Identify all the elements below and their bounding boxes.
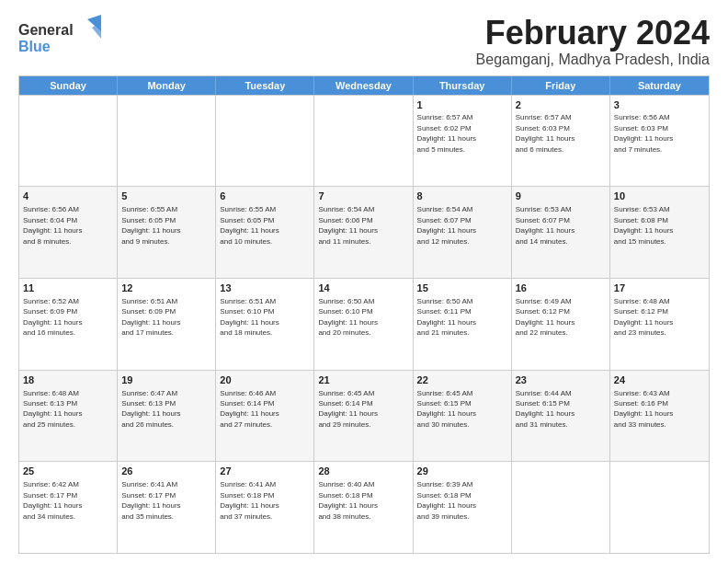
calendar-cell: 15Sunrise: 6:50 AM Sunset: 6:11 PM Dayli… — [414, 279, 512, 370]
day-info: Sunrise: 6:50 AM Sunset: 6:10 PM Dayligh… — [318, 297, 377, 337]
day-number: 24 — [614, 373, 705, 387]
calendar-cell: 9Sunrise: 6:53 AM Sunset: 6:07 PM Daylig… — [512, 187, 610, 278]
day-info: Sunrise: 6:47 AM Sunset: 6:13 PM Dayligh… — [121, 389, 180, 429]
weekday-header-thursday: Thursday — [414, 76, 512, 95]
calendar-cell — [314, 96, 413, 187]
calendar-header: SundayMondayTuesdayWednesdayThursdayFrid… — [19, 76, 709, 95]
calendar-cell: 28Sunrise: 6:40 AM Sunset: 6:18 PM Dayli… — [314, 462, 413, 553]
day-info: Sunrise: 6:41 AM Sunset: 6:17 PM Dayligh… — [121, 480, 180, 520]
calendar-cell: 18Sunrise: 6:48 AM Sunset: 6:13 PM Dayli… — [19, 371, 118, 462]
calendar-cell: 1Sunrise: 6:57 AM Sunset: 6:02 PM Daylig… — [414, 96, 512, 187]
day-number: 19 — [121, 373, 211, 387]
calendar-cell: 16Sunrise: 6:49 AM Sunset: 6:12 PM Dayli… — [512, 279, 610, 370]
day-info: Sunrise: 6:40 AM Sunset: 6:18 PM Dayligh… — [318, 480, 377, 520]
calendar-cell: 6Sunrise: 6:55 AM Sunset: 6:05 PM Daylig… — [216, 187, 314, 278]
day-info: Sunrise: 6:45 AM Sunset: 6:15 PM Dayligh… — [417, 389, 476, 429]
calendar-cell: 5Sunrise: 6:55 AM Sunset: 6:05 PM Daylig… — [118, 187, 216, 278]
day-number: 11 — [23, 282, 113, 295]
weekday-header-wednesday: Wednesday — [314, 76, 413, 95]
calendar-cell: 19Sunrise: 6:47 AM Sunset: 6:13 PM Dayli… — [118, 371, 216, 462]
calendar-cell: 27Sunrise: 6:41 AM Sunset: 6:18 PM Dayli… — [216, 462, 314, 553]
day-info: Sunrise: 6:51 AM Sunset: 6:10 PM Dayligh… — [220, 297, 279, 337]
calendar-cell: 17Sunrise: 6:48 AM Sunset: 6:12 PM Dayli… — [610, 279, 709, 370]
day-number: 17 — [614, 282, 705, 295]
day-number: 23 — [516, 373, 606, 387]
day-info: Sunrise: 6:55 AM Sunset: 6:05 PM Dayligh… — [220, 205, 279, 245]
page: General Blue February 2024 Begamganj, Ma… — [0, 0, 728, 563]
day-number: 13 — [220, 282, 310, 295]
day-info: Sunrise: 6:48 AM Sunset: 6:13 PM Dayligh… — [23, 389, 82, 429]
day-info: Sunrise: 6:42 AM Sunset: 6:17 PM Dayligh… — [23, 480, 82, 520]
calendar-cell — [610, 462, 709, 553]
day-info: Sunrise: 6:56 AM Sunset: 6:03 PM Dayligh… — [614, 113, 673, 153]
day-info: Sunrise: 6:44 AM Sunset: 6:15 PM Dayligh… — [516, 389, 574, 429]
calendar-cell: 25Sunrise: 6:42 AM Sunset: 6:17 PM Dayli… — [19, 462, 118, 553]
day-number: 27 — [220, 465, 310, 478]
calendar-cell: 21Sunrise: 6:45 AM Sunset: 6:14 PM Dayli… — [314, 371, 413, 462]
day-number: 21 — [318, 373, 408, 387]
day-info: Sunrise: 6:46 AM Sunset: 6:14 PM Dayligh… — [220, 389, 279, 429]
calendar-week-5: 25Sunrise: 6:42 AM Sunset: 6:17 PM Dayli… — [19, 461, 709, 553]
calendar-cell — [512, 462, 610, 553]
day-info: Sunrise: 6:52 AM Sunset: 6:09 PM Dayligh… — [23, 297, 82, 337]
svg-text:General: General — [18, 22, 74, 38]
calendar-week-2: 4Sunrise: 6:56 AM Sunset: 6:04 PM Daylig… — [19, 186, 709, 278]
weekday-header-monday: Monday — [118, 76, 216, 95]
calendar-cell: 11Sunrise: 6:52 AM Sunset: 6:09 PM Dayli… — [19, 279, 118, 370]
calendar-cell: 22Sunrise: 6:45 AM Sunset: 6:15 PM Dayli… — [414, 371, 512, 462]
weekday-header-friday: Friday — [512, 76, 610, 95]
day-number: 15 — [417, 282, 507, 295]
day-number: 16 — [516, 282, 606, 295]
day-number: 4 — [23, 190, 113, 203]
day-number: 8 — [417, 190, 507, 203]
calendar-cell — [118, 96, 216, 187]
calendar-cell: 23Sunrise: 6:44 AM Sunset: 6:15 PM Dayli… — [512, 371, 610, 462]
day-number: 14 — [318, 282, 408, 295]
day-number: 1 — [417, 98, 507, 112]
day-info: Sunrise: 6:51 AM Sunset: 6:09 PM Dayligh… — [121, 297, 180, 337]
day-info: Sunrise: 6:49 AM Sunset: 6:12 PM Dayligh… — [516, 297, 574, 337]
svg-text:Blue: Blue — [18, 39, 51, 54]
day-number: 9 — [516, 190, 606, 203]
day-info: Sunrise: 6:55 AM Sunset: 6:05 PM Dayligh… — [121, 205, 180, 245]
calendar-cell: 3Sunrise: 6:56 AM Sunset: 6:03 PM Daylig… — [610, 96, 709, 187]
day-number: 6 — [220, 190, 310, 203]
day-number: 5 — [121, 190, 211, 203]
calendar-cell: 8Sunrise: 6:54 AM Sunset: 6:07 PM Daylig… — [414, 187, 512, 278]
day-number: 12 — [121, 282, 211, 295]
calendar-cell: 14Sunrise: 6:50 AM Sunset: 6:10 PM Dayli… — [314, 279, 413, 370]
weekday-header-saturday: Saturday — [610, 76, 709, 95]
calendar-cell: 4Sunrise: 6:56 AM Sunset: 6:04 PM Daylig… — [19, 187, 118, 278]
month-year-title: February 2024 — [476, 15, 710, 52]
calendar-cell: 24Sunrise: 6:43 AM Sunset: 6:16 PM Dayli… — [610, 371, 709, 462]
calendar-cell — [19, 96, 118, 187]
day-info: Sunrise: 6:43 AM Sunset: 6:16 PM Dayligh… — [614, 389, 673, 429]
weekday-header-sunday: Sunday — [19, 76, 118, 95]
day-info: Sunrise: 6:50 AM Sunset: 6:11 PM Dayligh… — [417, 297, 476, 337]
calendar-week-1: 1Sunrise: 6:57 AM Sunset: 6:02 PM Daylig… — [19, 95, 709, 187]
calendar-cell: 2Sunrise: 6:57 AM Sunset: 6:03 PM Daylig… — [512, 96, 610, 187]
day-number: 18 — [23, 373, 113, 387]
day-number: 29 — [417, 465, 507, 478]
calendar-body: 1Sunrise: 6:57 AM Sunset: 6:02 PM Daylig… — [19, 95, 709, 553]
day-number: 2 — [516, 98, 606, 112]
day-info: Sunrise: 6:53 AM Sunset: 6:08 PM Dayligh… — [614, 205, 673, 245]
day-info: Sunrise: 6:48 AM Sunset: 6:12 PM Dayligh… — [614, 297, 673, 337]
calendar-cell — [216, 96, 314, 187]
calendar-cell: 20Sunrise: 6:46 AM Sunset: 6:14 PM Dayli… — [216, 371, 314, 462]
day-info: Sunrise: 6:53 AM Sunset: 6:07 PM Dayligh… — [516, 205, 574, 245]
header: General Blue February 2024 Begamganj, Ma… — [18, 15, 710, 68]
day-number: 26 — [121, 465, 211, 478]
calendar-week-3: 11Sunrise: 6:52 AM Sunset: 6:09 PM Dayli… — [19, 278, 709, 370]
day-number: 10 — [614, 190, 705, 203]
day-info: Sunrise: 6:56 AM Sunset: 6:04 PM Dayligh… — [23, 205, 82, 245]
day-number: 25 — [23, 465, 113, 478]
weekday-header-tuesday: Tuesday — [216, 76, 314, 95]
day-info: Sunrise: 6:54 AM Sunset: 6:06 PM Dayligh… — [318, 205, 377, 245]
calendar-cell: 10Sunrise: 6:53 AM Sunset: 6:08 PM Dayli… — [610, 187, 709, 278]
day-number: 20 — [220, 373, 310, 387]
calendar-cell: 13Sunrise: 6:51 AM Sunset: 6:10 PM Dayli… — [216, 279, 314, 370]
logo-svg: General Blue — [18, 15, 101, 61]
calendar-cell: 26Sunrise: 6:41 AM Sunset: 6:17 PM Dayli… — [118, 462, 216, 553]
day-number: 22 — [417, 373, 507, 387]
